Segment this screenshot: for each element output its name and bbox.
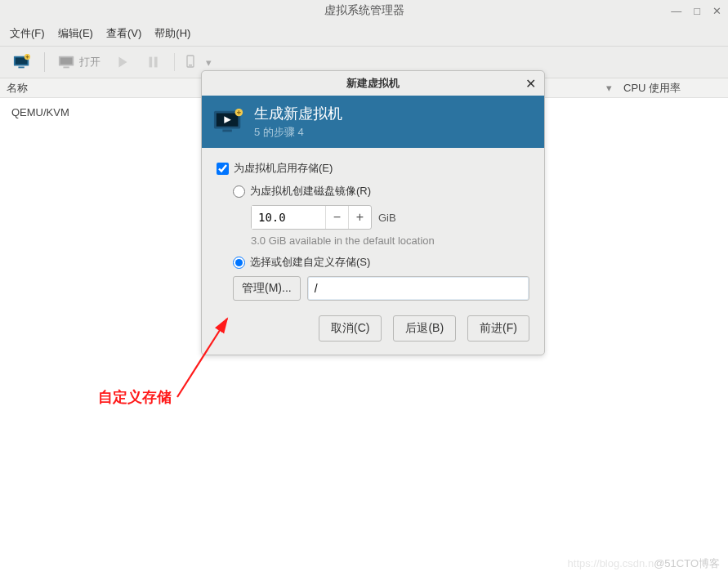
- create-disk-row[interactable]: 为虚拟机创建磁盘镜像(R): [233, 184, 529, 199]
- annotation-label: 自定义存储: [98, 387, 172, 407]
- svg-rect-7: [150, 57, 153, 68]
- svg-rect-2: [18, 67, 24, 69]
- dialog-step: 5 的步骤 4: [254, 125, 342, 140]
- svg-rect-10: [189, 65, 192, 66]
- play-button[interactable]: [109, 51, 136, 74]
- svg-rect-13: [222, 130, 231, 132]
- enable-storage-checkbox[interactable]: [217, 163, 229, 175]
- dialog-close-button[interactable]: ✕: [525, 76, 536, 92]
- back-button[interactable]: 后退(B): [393, 315, 456, 342]
- monitor-large-icon: [213, 109, 244, 135]
- col-cpu-header[interactable]: CPU 使用率: [623, 81, 721, 96]
- open-vm-button[interactable]: 打开: [53, 51, 105, 74]
- custom-storage-radio[interactable]: [233, 257, 245, 269]
- menu-edit[interactable]: 编辑(E): [53, 25, 98, 42]
- main-titlebar: 虚拟系统管理器 — □ ✕: [0, 0, 728, 21]
- disk-size-unit: GiB: [378, 212, 396, 224]
- cancel-button[interactable]: 取消(C): [319, 315, 382, 342]
- storage-path-input[interactable]: [307, 276, 529, 301]
- watermark: https://blog.csdn.n@51CTO博客: [568, 556, 720, 571]
- chevron-down-icon: ▾: [201, 56, 217, 69]
- dialog-titlebar: 新建虚拟机 ✕: [202, 71, 544, 96]
- pause-icon: [145, 54, 163, 70]
- minimize-button[interactable]: —: [671, 5, 681, 17]
- manage-button[interactable]: 管理(M)...: [233, 276, 301, 301]
- watermark-text: @51CTO博客: [654, 557, 720, 569]
- close-button[interactable]: ✕: [712, 5, 721, 17]
- new-vm-button[interactable]: [8, 51, 36, 74]
- forward-button[interactable]: 前进(F): [467, 315, 529, 342]
- menubar: 文件(F) 编辑(E) 查看(V) 帮助(H): [0, 21, 728, 46]
- enable-storage-label: 为虚拟机启用存储(E): [234, 161, 333, 176]
- pause-button[interactable]: [140, 51, 167, 74]
- watermark-url: https://blog.csdn.n: [568, 557, 654, 569]
- dialog-header-title: 生成新虚拟机: [254, 104, 342, 123]
- monitor-icon: [58, 54, 76, 70]
- available-hint: 3.0 GiB available in the default locatio…: [251, 234, 529, 247]
- dialog-button-bar: 取消(C) 后退(B) 前进(F): [202, 307, 544, 355]
- maximize-button[interactable]: □: [694, 5, 700, 17]
- disk-size-spinner: − +: [251, 205, 372, 230]
- menu-help[interactable]: 帮助(H): [150, 25, 195, 42]
- new-vm-dialog: 新建虚拟机 ✕ 生成新虚拟机 5 的步骤 4 为虚拟机启用存储(E) 为虚拟机创…: [201, 70, 545, 355]
- dialog-title: 新建虚拟机: [346, 76, 400, 91]
- toolbar-separator: [44, 52, 45, 72]
- dialog-body: 为虚拟机启用存储(E) 为虚拟机创建磁盘镜像(R) − + GiB 3.0 Gi…: [202, 148, 544, 307]
- device-icon: [185, 55, 196, 69]
- spin-decrement[interactable]: −: [325, 206, 348, 229]
- play-icon: [114, 54, 132, 70]
- enable-storage-row[interactable]: 为虚拟机启用存储(E): [217, 161, 529, 176]
- manage-row: 管理(M)...: [233, 276, 529, 301]
- create-disk-label: 为虚拟机创建磁盘镜像(R): [250, 184, 371, 199]
- monitor-new-icon: [13, 54, 31, 70]
- window-controls: — □ ✕: [671, 5, 721, 17]
- dialog-header: 生成新虚拟机 5 的步骤 4: [202, 96, 544, 148]
- disk-size-input[interactable]: [252, 206, 325, 229]
- shutdown-dropdown[interactable]: ▾: [174, 53, 217, 71]
- svg-rect-5: [60, 58, 73, 65]
- spin-increment[interactable]: +: [348, 206, 371, 229]
- svg-rect-6: [63, 67, 69, 69]
- main-window-title: 虚拟系统管理器: [324, 3, 404, 18]
- open-label: 打开: [79, 55, 100, 69]
- svg-rect-8: [154, 57, 158, 68]
- dialog-header-text: 生成新虚拟机 5 的步骤 4: [254, 104, 342, 140]
- sort-indicator-icon: ▾: [606, 82, 612, 94]
- custom-storage-row[interactable]: 选择或创建自定义存储(S): [233, 255, 529, 270]
- host-name: QEMU/KVM: [11, 106, 69, 118]
- custom-storage-label: 选择或创建自定义存储(S): [250, 255, 370, 270]
- menu-view[interactable]: 查看(V): [101, 25, 146, 42]
- menu-file[interactable]: 文件(F): [5, 25, 50, 42]
- disk-size-row: − + GiB: [251, 205, 529, 230]
- create-disk-radio[interactable]: [233, 185, 245, 198]
